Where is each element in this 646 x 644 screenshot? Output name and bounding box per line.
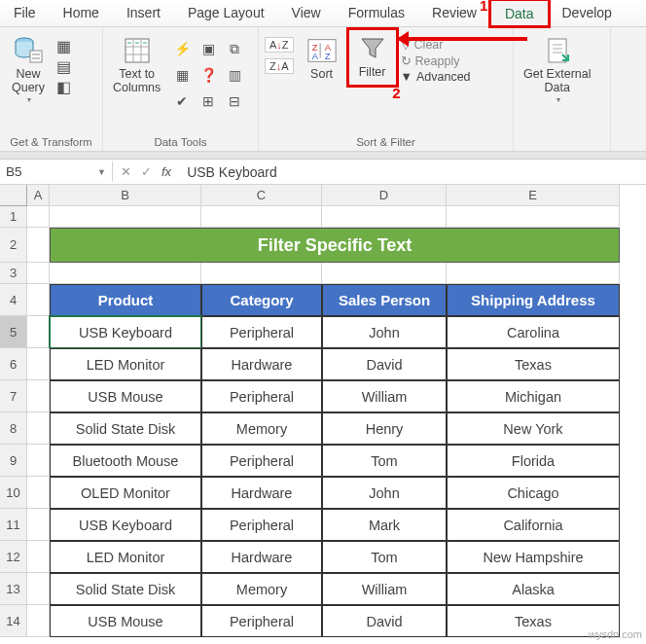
what-if-icon[interactable]: ❓ xyxy=(197,63,220,87)
cell-shipping[interactable]: California xyxy=(447,509,620,541)
sort-desc-button[interactable]: Z↓A xyxy=(265,58,294,74)
sort-asc-button[interactable]: A↓Z xyxy=(265,37,294,53)
advanced-filter-button[interactable]: ▼Advanced xyxy=(401,70,471,84)
cell-product[interactable]: USB Keyboard xyxy=(50,316,201,348)
cell-shipping[interactable]: Carolina xyxy=(447,316,620,348)
cell-shipping[interactable]: New York xyxy=(447,412,620,445)
banner-title[interactable]: Filter Specific Text xyxy=(50,228,620,263)
tab-insert[interactable]: Insert xyxy=(113,0,174,26)
cell[interactable] xyxy=(27,263,50,284)
cell[interactable] xyxy=(322,263,447,284)
row-header[interactable]: 10 xyxy=(0,477,27,509)
fx-icon[interactable]: fx xyxy=(162,164,171,179)
select-all-corner[interactable] xyxy=(0,185,27,206)
row-header[interactable]: 9 xyxy=(0,445,27,477)
new-query-button[interactable]: New Query ▾ xyxy=(6,31,51,104)
cell-category[interactable]: Peripheral xyxy=(201,509,322,541)
tab-view[interactable]: View xyxy=(278,0,335,26)
cell-person[interactable]: John xyxy=(322,316,447,348)
cell-person[interactable]: William xyxy=(322,573,447,605)
table-header-sales-person[interactable]: Sales Person xyxy=(322,284,447,316)
cell-product[interactable]: USB Mouse xyxy=(50,380,201,412)
table-header-shipping[interactable]: Shipping Address xyxy=(447,284,620,316)
cell[interactable] xyxy=(27,316,50,348)
cell[interactable] xyxy=(447,263,620,284)
recent-sources-icon[interactable]: ◧ xyxy=(56,78,71,96)
col-header-D[interactable]: D xyxy=(322,185,447,206)
show-queries-icon[interactable]: ▦ xyxy=(56,37,71,55)
cell-person[interactable]: Tom xyxy=(322,541,447,573)
group-icon[interactable]: ⊞ xyxy=(197,89,220,113)
cell-category[interactable]: Memory xyxy=(201,573,322,605)
reapply-filter-button[interactable]: ↻Reapply xyxy=(401,54,471,68)
cell[interactable] xyxy=(27,412,50,445)
remove-duplicates-icon[interactable]: ▦ xyxy=(170,63,194,87)
cell-product[interactable]: Bluetooth Mouse xyxy=(50,445,201,477)
cell[interactable] xyxy=(50,263,201,284)
cell-product[interactable]: OLED Monitor xyxy=(50,477,201,509)
text-to-columns-button[interactable]: Text to Columns xyxy=(109,31,164,95)
cell-person[interactable]: Tom xyxy=(322,445,447,477)
row-header[interactable]: 11 xyxy=(0,509,27,541)
cell[interactable] xyxy=(447,206,620,228)
cell-shipping[interactable]: Michigan xyxy=(447,380,620,412)
cell-person[interactable]: Mark xyxy=(322,509,447,541)
cell[interactable] xyxy=(27,445,50,477)
tab-page-layout[interactable]: Page Layout xyxy=(174,0,278,26)
row-header[interactable]: 6 xyxy=(0,348,27,380)
cell[interactable] xyxy=(27,477,50,509)
sort-button[interactable]: ZAAZ Sort xyxy=(300,31,344,82)
cell[interactable] xyxy=(27,541,50,573)
cell[interactable] xyxy=(27,228,50,263)
relationships-icon[interactable]: ⧉ xyxy=(223,37,246,60)
cell-category[interactable]: Peripheral xyxy=(201,316,322,348)
cell-category[interactable]: Memory xyxy=(201,412,322,445)
col-header-E[interactable]: E xyxy=(447,185,620,206)
cell-category[interactable]: Peripheral xyxy=(201,445,322,477)
col-header-C[interactable]: C xyxy=(201,185,322,206)
cell[interactable] xyxy=(50,206,201,228)
cell-category[interactable]: Hardware xyxy=(201,348,322,380)
row-header-1[interactable]: 1 xyxy=(0,206,27,228)
cell-shipping[interactable]: New Hampshire xyxy=(447,541,620,573)
cell-shipping[interactable]: Florida xyxy=(447,445,620,477)
table-header-category[interactable]: Category xyxy=(201,284,322,316)
manage-data-model-icon[interactable]: ▥ xyxy=(223,63,246,87)
cell-person[interactable]: David xyxy=(322,605,447,637)
row-header[interactable]: 5 xyxy=(0,316,27,348)
cell-category[interactable]: Hardware xyxy=(201,477,322,509)
col-header-A[interactable]: A xyxy=(27,185,50,206)
ungroup-icon[interactable]: ⊟ xyxy=(223,89,246,113)
row-header[interactable]: 12 xyxy=(0,541,27,573)
cell-person[interactable]: Henry xyxy=(322,412,447,445)
cell-shipping[interactable]: Texas xyxy=(447,348,620,380)
cell-product[interactable]: USB Keyboard xyxy=(50,509,201,541)
data-validation-icon[interactable]: ✔ xyxy=(170,89,194,113)
tab-formulas[interactable]: Formulas xyxy=(335,0,418,26)
cell-shipping[interactable]: Chicago xyxy=(447,477,620,509)
cell[interactable] xyxy=(322,206,447,228)
cell[interactable] xyxy=(27,605,50,637)
get-external-data-button[interactable]: Get External Data ▾ xyxy=(520,31,594,104)
cell-person[interactable]: William xyxy=(322,380,447,412)
cell[interactable] xyxy=(27,348,50,380)
name-box[interactable]: B5 ▼ xyxy=(0,161,113,182)
cell[interactable] xyxy=(201,206,322,228)
flash-fill-icon[interactable]: ⚡ xyxy=(170,37,194,60)
cell-product[interactable]: Solid State Disk xyxy=(50,573,201,605)
cell-product[interactable]: LED Monitor xyxy=(50,348,201,380)
row-header[interactable]: 14 xyxy=(0,605,27,637)
tab-developer[interactable]: Develop xyxy=(549,0,626,26)
cell-person[interactable]: David xyxy=(322,348,447,380)
from-table-icon[interactable]: ▤ xyxy=(56,57,71,76)
row-header-3[interactable]: 3 xyxy=(0,263,27,284)
row-header-4[interactable]: 4 xyxy=(0,284,27,316)
row-header[interactable]: 7 xyxy=(0,380,27,412)
consolidate-icon[interactable]: ▣ xyxy=(197,37,220,60)
formula-input[interactable]: USB Keyboard xyxy=(179,161,646,183)
cell-shipping[interactable]: Alaska xyxy=(447,573,620,605)
enter-formula-icon[interactable]: ✓ xyxy=(141,164,152,179)
cell[interactable] xyxy=(27,206,50,228)
cell-category[interactable]: Peripheral xyxy=(201,380,322,412)
cell-category[interactable]: Hardware xyxy=(201,541,322,573)
